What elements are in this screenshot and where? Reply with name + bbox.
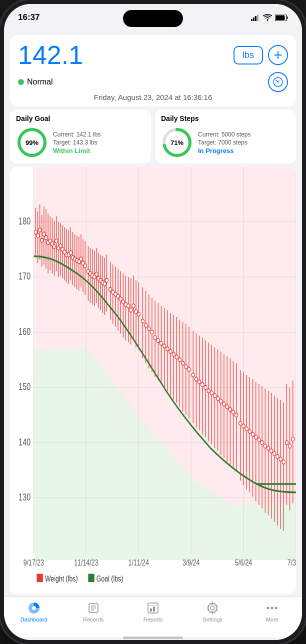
tab-records-label: Records <box>83 616 104 622</box>
records-icon <box>86 601 100 615</box>
tab-dashboard[interactable]: Dashboard <box>4 601 64 622</box>
reports-icon <box>146 601 160 615</box>
home-bar <box>123 636 183 639</box>
add-button[interactable] <box>268 45 288 65</box>
svg-point-223 <box>264 444 266 448</box>
svg-point-187 <box>150 330 154 334</box>
svg-point-184 <box>141 319 144 323</box>
svg-point-195 <box>175 355 178 359</box>
svg-text:Goal (lbs): Goal (lbs) <box>96 574 123 583</box>
svg-point-208 <box>216 396 220 400</box>
svg-point-221 <box>258 438 260 442</box>
svg-text:160: 160 <box>18 326 30 338</box>
daily-goal-card: Daily Goal 99% Current: 142.1 lbs Target… <box>10 110 151 164</box>
svg-point-213 <box>232 410 234 414</box>
phone-frame: 16:37 <box>0 0 306 644</box>
tab-records[interactable]: Records <box>64 601 123 622</box>
svg-point-198 <box>184 364 188 368</box>
svg-text:11/14/23: 11/14/23 <box>74 558 98 567</box>
signal-icon <box>251 14 260 21</box>
svg-point-203 <box>201 382 204 386</box>
dashboard-icon <box>27 601 41 615</box>
status-label: Normal <box>27 78 53 86</box>
svg-point-138 <box>36 234 39 238</box>
svg-text:1/11/24: 1/11/24 <box>128 558 149 567</box>
svg-rect-1 <box>253 18 254 21</box>
svg-point-200 <box>192 373 194 377</box>
list-icon <box>87 602 100 614</box>
daily-steps-percent: 71% <box>170 139 184 146</box>
svg-text:9/17/23: 9/17/23 <box>24 558 44 567</box>
svg-point-205 <box>207 389 210 393</box>
svg-point-181 <box>132 304 135 308</box>
daily-steps-card: Daily Steps 71% Current: 5000 steps Targ… <box>155 110 296 164</box>
svg-text:130: 130 <box>18 492 30 503</box>
tab-more-label: More <box>266 616 278 622</box>
daily-steps-target: Target: 7000 steps <box>198 139 250 146</box>
svg-point-204 <box>204 386 207 390</box>
daily-steps-info: Current: 5000 steps Target: 7000 steps I… <box>198 131 250 154</box>
svg-point-8 <box>278 82 279 83</box>
tab-settings-label: Settings <box>202 616 222 622</box>
svg-point-154 <box>69 250 72 254</box>
svg-point-249 <box>271 607 274 610</box>
status-row: Normal <box>18 72 288 92</box>
datetime-text: Friday, August 23, 2024 at 16:36:16 <box>18 92 288 102</box>
tab-settings[interactable]: Settings <box>183 601 242 622</box>
svg-rect-3 <box>257 14 258 21</box>
svg-rect-2 <box>255 16 256 21</box>
daily-goal-percent: 99% <box>26 139 38 146</box>
phone-screen: 16:37 <box>4 4 302 640</box>
svg-point-210 <box>222 402 226 406</box>
daily-steps-inner: 71% Current: 5000 steps Target: 7000 ste… <box>161 126 290 158</box>
plus-icon <box>273 50 283 60</box>
svg-point-194 <box>172 352 175 356</box>
gauge-icon <box>272 76 284 88</box>
svg-text:170: 170 <box>18 271 30 282</box>
svg-rect-0 <box>251 19 252 21</box>
chart-container[interactable]: 180 170 160 150 140 130 9/17/23 11/14/23… <box>10 166 296 594</box>
chart-icon <box>146 602 160 614</box>
svg-rect-6 <box>276 15 285 20</box>
svg-point-226 <box>273 452 276 456</box>
svg-point-193 <box>169 350 172 354</box>
svg-point-212 <box>228 408 232 412</box>
goal-row: Daily Goal 99% Current: 142.1 lbs Target… <box>10 110 296 164</box>
svg-point-197 <box>182 361 184 365</box>
svg-point-188 <box>154 336 156 340</box>
svg-rect-5 <box>287 16 288 19</box>
svg-point-140 <box>40 238 44 242</box>
svg-point-202 <box>198 380 201 384</box>
daily-goal-status: Within Limit <box>53 147 100 154</box>
gauge-button[interactable] <box>268 72 288 92</box>
svg-text:180: 180 <box>18 216 30 227</box>
svg-point-179 <box>127 304 130 308</box>
svg-point-147 <box>55 239 58 243</box>
status-indicator: Normal <box>18 78 53 86</box>
svg-point-229 <box>282 460 285 464</box>
pie-chart-icon <box>28 602 40 614</box>
svg-text:5/6/24: 5/6/24 <box>235 558 252 567</box>
svg-point-201 <box>194 377 198 381</box>
settings-icon <box>206 601 220 615</box>
header-section: 142.1 lbs Normal <box>10 35 296 106</box>
battery-icon <box>275 14 288 21</box>
svg-point-224 <box>266 446 270 450</box>
daily-goal-ring: 99% <box>16 126 48 158</box>
daily-goal-target: Target: 143.3 lbs <box>53 139 100 146</box>
dynamic-island <box>123 10 183 27</box>
svg-point-215 <box>239 421 242 425</box>
tab-more[interactable]: More <box>242 601 302 622</box>
svg-point-196 <box>178 358 181 362</box>
daily-steps-status: In Progress <box>198 147 250 154</box>
svg-point-191 <box>163 344 166 348</box>
home-indicator <box>4 638 302 640</box>
unit-button[interactable]: lbs <box>234 46 263 64</box>
svg-point-250 <box>275 607 278 610</box>
ellipsis-icon <box>266 602 278 614</box>
svg-point-231 <box>288 444 292 448</box>
tab-reports[interactable]: Reports <box>123 601 182 622</box>
weight-value: 142.1 <box>18 40 228 70</box>
svg-point-209 <box>220 399 222 403</box>
svg-point-222 <box>260 440 264 444</box>
